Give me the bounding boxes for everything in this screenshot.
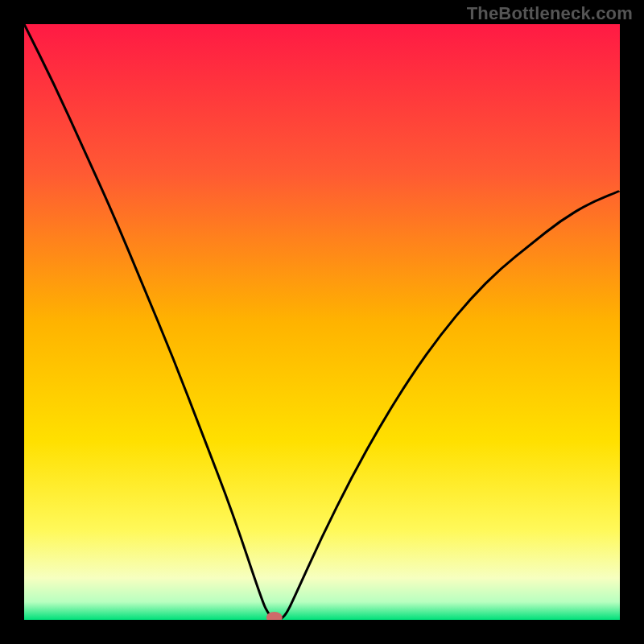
chart-frame: TheBottleneck.com [0, 0, 644, 644]
gradient-background [24, 24, 620, 620]
watermark-text: TheBottleneck.com [467, 3, 633, 24]
plot-area [24, 24, 620, 620]
bottleneck-chart [24, 24, 620, 620]
